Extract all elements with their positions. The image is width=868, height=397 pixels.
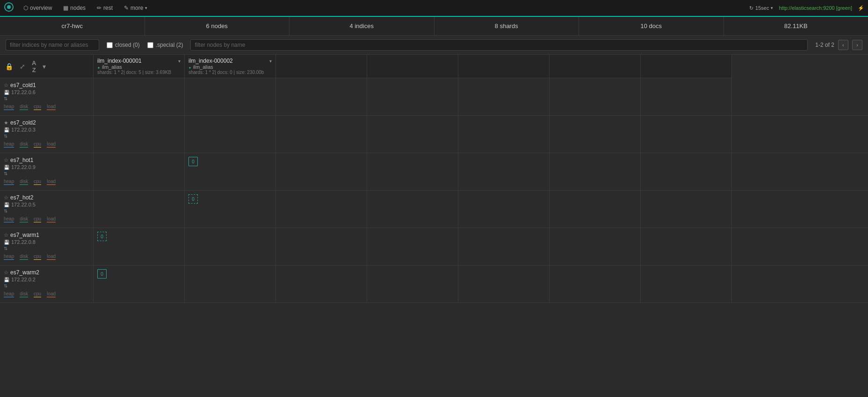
shards-cold1 (94, 78, 732, 115)
shard-empty-cold2-4 (367, 116, 458, 153)
index-col-2: ilm_index-000002 ▾ ⬥ ilm_alias shards: 1… (185, 55, 276, 78)
index-name-2[interactable]: ilm_index-000002 (188, 58, 233, 64)
star-icon-cold2[interactable]: ★ (4, 120, 8, 126)
special-label: .special (2) (156, 42, 183, 48)
shard-empty-hot2-4 (367, 191, 458, 228)
shard-empty-warm2-4 (367, 265, 458, 302)
star-icon-hot2[interactable]: ☆ (4, 195, 8, 201)
shard-cell-hot2-2: 0 (185, 191, 276, 228)
node-row-es7cold2: ★ es7_cold2 💾 172.22.0.3 ⇅ heap disk cpu… (0, 116, 868, 153)
prev-page-button[interactable]: ‹ (838, 40, 848, 50)
stat-cluster[interactable]: cr7-hwc (0, 17, 145, 35)
node-row-es7hot2: ☆ es7_hot2 💾 172.22.0.5 ⇅ heap disk cpu … (0, 191, 868, 228)
closed-checkbox[interactable] (107, 42, 113, 48)
shard-empty-hot2-1 (94, 191, 185, 228)
disk-icon-warm1: 💾 (4, 240, 9, 245)
special-checkbox[interactable] (147, 42, 153, 48)
shard-box-hot1-0[interactable]: 0 (188, 157, 198, 166)
main-grid: 🔒 ⤢ AZ ▾ ilm_index-000001 ▾ ⬥ ilm_alias … (0, 55, 868, 78)
shard-empty-cold1-4 (367, 78, 458, 115)
shard-empty-warm2-6 (550, 265, 641, 302)
lightning-button[interactable]: ⚡ (858, 5, 864, 11)
stat-shards[interactable]: 8 shards (434, 17, 579, 35)
index-col-empty-6 (550, 55, 641, 78)
filter-indices-input[interactable] (6, 39, 99, 51)
nav-rest[interactable]: ✏ rest (92, 3, 117, 13)
shard-cell-hot1-2: 0 (185, 153, 276, 190)
shards-hot2: 0 (94, 191, 732, 228)
node-info-es7hot2: ☆ es7_hot2 💾 172.22.0.5 ⇅ heap disk cpu … (0, 191, 94, 228)
next-page-button[interactable]: › (852, 40, 862, 50)
star-icon-cold1[interactable]: ☆ (4, 82, 8, 88)
stat-docs[interactable]: 10 docs (579, 17, 724, 35)
metric-cpu-hot1: cpu (34, 179, 41, 185)
disk-icon-warm2: 💾 (4, 277, 9, 282)
role-icon-cold2: ⇅ (4, 133, 89, 139)
nav-nodes[interactable]: ▦ nodes (58, 3, 90, 13)
metric-disk-warm2: disk (20, 291, 28, 297)
node-info-es7cold1: ☆ es7_cold1 💾 172.22.0.6 ⇅ heap disk cpu… (0, 78, 94, 115)
dropdown-header-button[interactable]: ▾ (41, 61, 47, 72)
shards-count: 8 shards (495, 22, 518, 29)
node-info-es7warm1: ☆ es7_warm1 💾 172.22.0.8 ⇅ heap disk cpu… (0, 228, 94, 265)
role-icon-hot2: ⇅ (4, 208, 89, 213)
disk-icon-cold1: 💾 (4, 90, 9, 95)
stat-indices[interactable]: 4 indices (289, 17, 434, 35)
index-dropdown-1[interactable]: ▾ (178, 59, 181, 64)
index-dropdown-2[interactable]: ▾ (269, 59, 272, 64)
node-info-es7warm2: ☆ es7_warm2 💾 172.22.0.2 ⇅ heap disk cpu… (0, 265, 94, 302)
stat-size[interactable]: 82.11KB (724, 17, 868, 35)
shard-empty-cold2-2 (185, 116, 276, 153)
shard-empty-cold1-6 (550, 78, 641, 115)
shard-box-warm1-0[interactable]: 0 (97, 232, 107, 241)
shard-empty-warm2-2 (185, 265, 276, 302)
special-filter[interactable]: .special (2) (147, 42, 183, 48)
index-col-empty-4 (367, 55, 458, 78)
svg-point-1 (7, 5, 11, 9)
index-col-empty-3 (276, 55, 367, 78)
stat-nodes[interactable]: 6 nodes (145, 17, 290, 35)
logo[interactable] (4, 2, 14, 15)
shard-empty-hot1-1 (94, 153, 185, 190)
node-row-es7cold1: ☆ es7_cold1 💾 172.22.0.6 ⇅ heap disk cpu… (0, 78, 868, 116)
star-icon-hot1[interactable]: ☆ (4, 157, 8, 163)
shard-empty-cold2-6 (550, 116, 641, 153)
expand-icon-button[interactable]: ⤢ (18, 61, 27, 72)
shard-empty-hot1-6 (550, 153, 641, 190)
nav-overview[interactable]: ⬡ overview (19, 3, 57, 13)
metric-disk-cold1: disk (20, 104, 28, 110)
node-info-es7hot1: ☆ es7_hot1 💾 172.22.0.9 ⇅ heap disk cpu … (0, 153, 94, 190)
nav-nodes-label: nodes (70, 5, 86, 11)
disk-icon-hot1: 💾 (4, 165, 9, 170)
node-name-hot1: es7_hot1 (10, 157, 33, 163)
filter-nodes-input[interactable] (190, 39, 808, 51)
index-header-2: ilm_index-000002 ▾ ⬥ ilm_alias shards: 1… (185, 55, 275, 78)
lock-icon-button[interactable]: 🔒 (4, 61, 14, 72)
shard-empty-cold1-3 (276, 78, 367, 115)
metric-heap-warm1: heap (4, 254, 14, 260)
shard-box-warm2-0[interactable]: 0 (97, 269, 107, 279)
shard-empty-hot1-7 (641, 153, 732, 190)
shard-cell-warm2-1: 0 (94, 265, 185, 302)
node-ip-hot1: 172.22.0.9 (11, 164, 36, 170)
refresh-control[interactable]: ↻ 15sec ▾ (749, 5, 773, 11)
indices-count: 4 indices (350, 22, 374, 29)
star-icon-warm1[interactable]: ☆ (4, 232, 8, 238)
shard-box-hot2-0[interactable]: 0 (188, 194, 198, 204)
overview-icon: ⬡ (23, 5, 28, 11)
nav-items: ⬡ overview ▦ nodes ✏ rest ✎ more ▾ (19, 3, 749, 13)
closed-filter[interactable]: closed (0) (107, 42, 140, 48)
metric-disk-hot2: disk (20, 216, 28, 222)
cluster-url[interactable]: http://elasticsearch:9200 [green] (779, 5, 852, 11)
topnav-right: ↻ 15sec ▾ http://elasticsearch:9200 [gre… (749, 5, 864, 11)
size-value: 82.11KB (784, 22, 808, 29)
node-column: 🔒 ⤢ AZ ▾ (0, 55, 94, 78)
nav-more[interactable]: ✎ more ▾ (119, 3, 152, 13)
metric-disk-hot1: disk (20, 179, 28, 185)
node-row-es7warm2: ☆ es7_warm2 💾 172.22.0.2 ⇅ heap disk cpu… (0, 265, 868, 303)
shard-empty-cold1-1 (94, 78, 185, 115)
index-name-1[interactable]: ilm_index-000001 (97, 58, 142, 64)
sort-icon-button[interactable]: AZ (30, 58, 37, 75)
star-icon-warm2[interactable]: ☆ (4, 270, 8, 276)
shard-empty-cold2-3 (276, 116, 367, 153)
